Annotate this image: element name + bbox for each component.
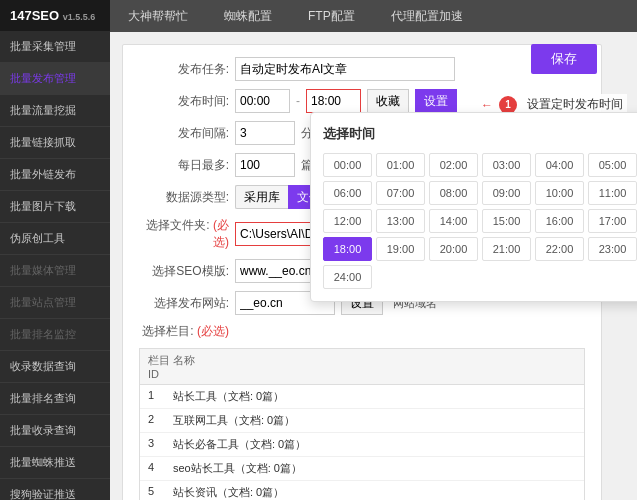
time-cell[interactable]: 16:00 [535, 209, 584, 233]
topnav-spider[interactable]: 蜘蛛配置 [216, 0, 280, 32]
sidebar-item-pseudo[interactable]: 伪原创工具 [0, 223, 110, 255]
file-label: 选择文件夹: (必选) [139, 217, 229, 251]
table-row[interactable]: 5 站长资讯（文档: 0篇） [140, 481, 584, 500]
sidebar-item-traffic[interactable]: 批量流量挖掘 [0, 95, 110, 127]
time-cell[interactable]: 10:00 [535, 181, 584, 205]
time-start-input[interactable] [235, 89, 290, 113]
interval-input[interactable] [235, 121, 295, 145]
task-input[interactable] [235, 57, 455, 81]
table-row[interactable]: 4 seo站长工具（文档: 0篇） [140, 457, 584, 481]
time-picker-title: 选择时间 [323, 125, 637, 143]
sidebar-item-links[interactable]: 批量链接抓取 [0, 127, 110, 159]
time-cell[interactable]: 05:00 [588, 153, 637, 177]
sidebar-item-collect[interactable]: 批量采集管理 [0, 31, 110, 63]
sidebar-item-external[interactable]: 批量外链发布 [0, 159, 110, 191]
arrow-icon-1: ← [481, 98, 493, 112]
app-logo: 147SEO v1.5.5.6 [0, 0, 110, 31]
time-end-input[interactable] [306, 89, 361, 113]
daily-input[interactable] [235, 153, 295, 177]
category-table: 栏目ID 名称 1 站长工具（文档: 0篇） 2 互联网工具（文档: 0篇） 3… [139, 348, 585, 500]
content-area: 保存 ← 1 设置定时发布时间 ← 2 选择存储文章的文件夹 发布任务: 发布时… [110, 32, 637, 500]
table-row[interactable]: 2 互联网工具（文档: 0篇） [140, 409, 584, 433]
sidebar-item-index-query[interactable]: 收录数据查询 [0, 351, 110, 383]
seo-label: 选择SEO模版: [139, 263, 229, 280]
row-name: 互联网工具（文档: 0篇） [173, 413, 576, 428]
time-cell[interactable]: 24:00 [323, 265, 372, 289]
time-cell[interactable]: 18:00 [323, 237, 372, 261]
time-cell[interactable]: 08:00 [429, 181, 478, 205]
time-cell[interactable]: 22:00 [535, 237, 584, 261]
row-id: 4 [148, 461, 173, 476]
time-cell[interactable]: 11:00 [588, 181, 637, 205]
table-row[interactable]: 3 站长必备工具（文档: 0篇） [140, 433, 584, 457]
daily-label: 每日最多: [139, 157, 229, 174]
time-cell[interactable]: 09:00 [482, 181, 531, 205]
sidebar-item-publish[interactable]: 批量发布管理 [0, 63, 110, 95]
time-separator: - [296, 94, 300, 108]
time-cell[interactable]: 00:00 [323, 153, 372, 177]
interval-label: 发布间隔: [139, 125, 229, 142]
row-name: seo站长工具（文档: 0篇） [173, 461, 576, 476]
table-header: 栏目ID 名称 [140, 349, 584, 385]
header-id: 栏目ID [148, 353, 173, 380]
sidebar-item-sites[interactable]: 批量站点管理 [0, 287, 110, 319]
topnav-helper[interactable]: 大神帮帮忙 [120, 0, 196, 32]
annotation-number-1: 1 [499, 96, 517, 114]
time-picker-modal: 选择时间 00:0001:0002:0003:0004:0005:0006:00… [310, 112, 637, 302]
sidebar-item-rank-query[interactable]: 批量排名查询 [0, 383, 110, 415]
time-cell[interactable]: 19:00 [376, 237, 425, 261]
time-cell[interactable]: 04:00 [535, 153, 584, 177]
sidebar-item-images[interactable]: 批量图片下载 [0, 191, 110, 223]
header-name: 名称 [173, 353, 576, 380]
time-cell[interactable]: 13:00 [376, 209, 425, 233]
row-id: 5 [148, 485, 173, 500]
time-cell[interactable]: 23:00 [588, 237, 637, 261]
topnav-proxy[interactable]: 代理配置加速 [383, 0, 471, 32]
task-label: 发布任务: [139, 61, 229, 78]
row-name: 站长必备工具（文档: 0篇） [173, 437, 576, 452]
sidebar-item-index-query2[interactable]: 批量收录查询 [0, 415, 110, 447]
time-collect-button[interactable]: 收藏 [367, 89, 409, 113]
time-cell[interactable]: 21:00 [482, 237, 531, 261]
sidebar: 147SEO v1.5.5.6 批量采集管理 批量发布管理 批量流量挖掘 批量链… [0, 0, 110, 500]
sidebar-item-media[interactable]: 批量媒体管理 [0, 255, 110, 287]
topnav-ftp[interactable]: FTP配置 [300, 0, 363, 32]
time-cell[interactable]: 15:00 [482, 209, 531, 233]
row-id: 2 [148, 413, 173, 428]
time-grid: 00:0001:0002:0003:0004:0005:0006:0007:00… [323, 153, 637, 289]
table-row[interactable]: 1 站长工具（文档: 0篇） [140, 385, 584, 409]
sidebar-item-spider-push[interactable]: 批量蜘蛛推送 [0, 447, 110, 479]
time-set-button[interactable]: 设置 [415, 89, 457, 113]
time-cell[interactable]: 06:00 [323, 181, 372, 205]
sidebar-item-sogou-push[interactable]: 搜狗验证推送 [0, 479, 110, 500]
time-cell[interactable]: 14:00 [429, 209, 478, 233]
time-cell[interactable]: 01:00 [376, 153, 425, 177]
source-library-button[interactable]: 采用库 [235, 185, 288, 209]
time-cell[interactable]: 17:00 [588, 209, 637, 233]
time-cell[interactable]: 20:00 [429, 237, 478, 261]
main-area: 大神帮帮忙 蜘蛛配置 FTP配置 代理配置加速 保存 ← 1 设置定时发布时间 … [110, 0, 637, 500]
time-cell[interactable]: 07:00 [376, 181, 425, 205]
topnav: 大神帮帮忙 蜘蛛配置 FTP配置 代理配置加速 [110, 0, 637, 32]
time-cell[interactable]: 12:00 [323, 209, 372, 233]
task-row: 发布任务: [139, 57, 585, 81]
time-label: 发布时间: [139, 93, 229, 110]
row-name: 站长资讯（文档: 0篇） [173, 485, 576, 500]
category-row: 选择栏目: (必选) [139, 323, 585, 340]
row-id: 3 [148, 437, 173, 452]
save-button[interactable]: 保存 [531, 44, 597, 74]
site-label: 选择发布网站: [139, 295, 229, 312]
row-id: 1 [148, 389, 173, 404]
time-cell[interactable]: 02:00 [429, 153, 478, 177]
source-label: 数据源类型: [139, 189, 229, 206]
category-label: 选择栏目: (必选) [139, 323, 229, 340]
row-name: 站长工具（文档: 0篇） [173, 389, 576, 404]
sidebar-item-rank-monitor[interactable]: 批量排名监控 [0, 319, 110, 351]
time-cell[interactable]: 03:00 [482, 153, 531, 177]
